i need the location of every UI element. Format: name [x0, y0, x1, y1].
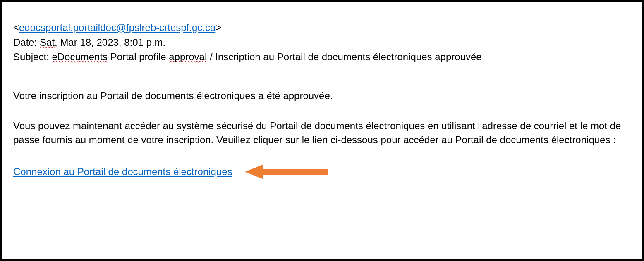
subject-mid: Portal profile — [108, 51, 169, 62]
email-message: <edocsportal.portaildoc@fpslreb-crtespf.… — [0, 0, 644, 261]
subject-line: Subject: eDocuments Portal profile appro… — [13, 50, 631, 64]
body-paragraph-2: Vous pouvez maintenant accéder au systèm… — [13, 119, 621, 147]
subject-rest: / Inscription au Portail de documents él… — [207, 51, 481, 62]
body-paragraph-1: Votre inscription au Portail de document… — [13, 89, 631, 103]
date-line: Date: Sat, Mar 18, 2023, 8:01 p.m. — [13, 36, 631, 50]
svg-marker-0 — [245, 164, 328, 179]
sender-line: <edocsportal.portaildoc@fpslreb-crtespf.… — [13, 21, 631, 35]
date-day: Sat — [40, 37, 55, 48]
login-portal-link[interactable]: Connexion au Portail de documents électr… — [13, 165, 232, 179]
date-label: Date: — [13, 37, 40, 48]
subject-label: Subject: — [13, 51, 52, 62]
subject-approval: approval — [169, 51, 207, 62]
sender-bracket-open: < — [13, 22, 19, 33]
sender-email-link[interactable]: edocsportal.portaildoc@fpslreb-crtespf.g… — [19, 22, 215, 33]
sender-bracket-close: > — [215, 22, 221, 33]
date-rest: , Mar 18, 2023, 8:01 p.m. — [55, 37, 165, 48]
subject-edocuments: eDocuments — [52, 51, 108, 62]
arrow-left-icon — [245, 164, 328, 180]
login-link-row: Connexion au Portail de documents électr… — [13, 164, 631, 180]
